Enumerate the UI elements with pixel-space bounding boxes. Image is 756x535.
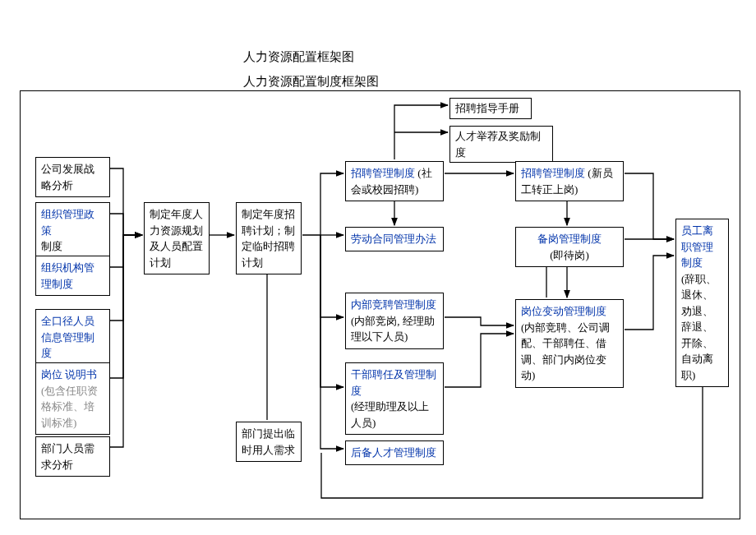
text-recruit-guide: 招聘指导手册 [455,102,519,114]
box-recruit-plan: 制定年度招聘计划；制定临时招聘计划 [236,202,302,274]
box-org-structure: 组织机构管理制度 [35,256,110,296]
text-standby-note: (即待岗) [550,249,589,261]
text-resign-note: (辞职、退休、劝退、辞退、 开除、自动离职) [681,273,717,381]
box-annual-plan: 制定年度人力资源规划及人员配置计划 [144,202,210,274]
link-resignation[interactable]: 员工离职管理制度 [681,224,713,269]
box-referral-reward: 人才举荐及奖励制度 [449,126,553,163]
link-org-policy[interactable]: 组织管理政策 [41,208,94,237]
link-internal-compete[interactable]: 内部竞聘管理制度 [351,298,436,311]
text-cadre-note: (经理助理及以上人员) [351,400,429,429]
text-job-desc-note: (包含任职资格标准、培训标准) [41,385,98,429]
box-job-description: 岗位 说明书 (包含任职资格标准、培训标准) [35,362,110,435]
link-position-change[interactable]: 岗位变动管理制度 [521,305,606,317]
box-reserve-talent: 后备人才管理制度 [345,440,444,465]
link-reserve-talent[interactable]: 后备人才管理制度 [351,446,436,459]
link-cadre-appoint[interactable]: 干部聘任及管理制度 [351,368,436,397]
box-personnel-info: 全口径人员信息管理制度 [35,309,110,366]
link-org-structure[interactable]: 组织机构管理制度 [41,261,94,290]
title-1: 人力资源配置框架图 [243,49,354,65]
link-job-description[interactable]: 岗位 说明书 [41,368,97,380]
diagram-frame: 公司发展战略分析 组织管理政策 制度 组织机构管理制度 全口径人员信息管理制度 … [20,90,740,519]
box-org-policy: 组织管理政策 制度 [35,202,110,259]
box-recruit-mgmt-new: 招聘管理制度 (新员工转正上岗) [515,161,624,201]
link-labor-contract[interactable]: 劳动合同管理办法 [351,233,436,245]
box-labor-contract: 劳动合同管理办法 [345,227,444,251]
box-dept-demand: 部门人员需求分析 [35,436,110,477]
link-personnel-info[interactable]: 全口径人员信息管理制度 [41,315,94,359]
text-position-note: (内部竞聘、公司调配、干部聘任、借调、部门内岗位变动) [521,321,610,382]
box-position-change: 岗位变动管理制度 (内部竞聘、公司调配、干部聘任、借调、部门内岗位变动) [515,299,624,388]
box-standby: 备岗管理制度 (即待岗) [515,227,624,267]
text-referral-reward: 人才举荐及奖励制度 [455,130,541,159]
box-resignation: 员工离职管理制度 (辞职、退休、劝退、辞退、 开除、自动离职) [675,219,729,387]
title-2: 人力资源配置制度框架图 [243,74,379,90]
link-standby[interactable]: 备岗管理制度 [537,233,602,245]
link-recruit-mgmt[interactable]: 招聘管理制度 [351,167,415,179]
box-recruit-mgmt-social: 招聘管理制度 (社会或校园招聘) [345,161,444,201]
box-temp-demand: 部门提出临时用人需求 [236,422,302,462]
box-cadre-appoint: 干部聘任及管理制度 (经理助理及以上人员) [345,362,444,435]
box-internal-compete: 内部竞聘管理制度 (内部竞岗, 经理助理以下人员) [345,293,444,349]
link-recruit-mgmt-new[interactable]: 招聘管理制度 [521,167,585,179]
box-strategy-analysis: 公司发展战略分析 [35,157,110,197]
box-recruit-guide: 招聘指导手册 [449,98,532,119]
text-internal-note: (内部竞岗, 经理助理以下人员) [351,315,435,344]
text-suffix: 制度 [41,240,62,252]
